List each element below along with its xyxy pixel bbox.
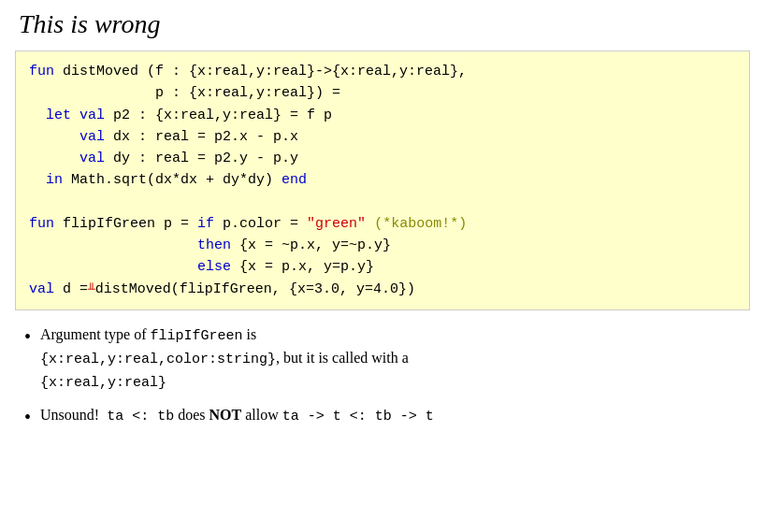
bullet-item: • Argument type of flipIfGreen is {x:rea… [24,324,750,395]
code-block: fun distMoved (f : {x:real,y:real}->{x:r… [15,50,750,310]
bullet-dot: • [24,322,31,352]
bullet-text: Argument type of flipIfGreen is {x:real,… [40,324,409,395]
slide-title: This is wrong [15,9,750,39]
bullet-list: • Argument type of flipIfGreen is {x:rea… [24,324,750,432]
bullet-dot: • [24,402,31,432]
bullet-text: Unsound! ta <: tb does NOT allow ta -> t… [40,404,434,427]
bullet-item: • Unsound! ta <: tb does NOT allow ta ->… [24,404,750,432]
